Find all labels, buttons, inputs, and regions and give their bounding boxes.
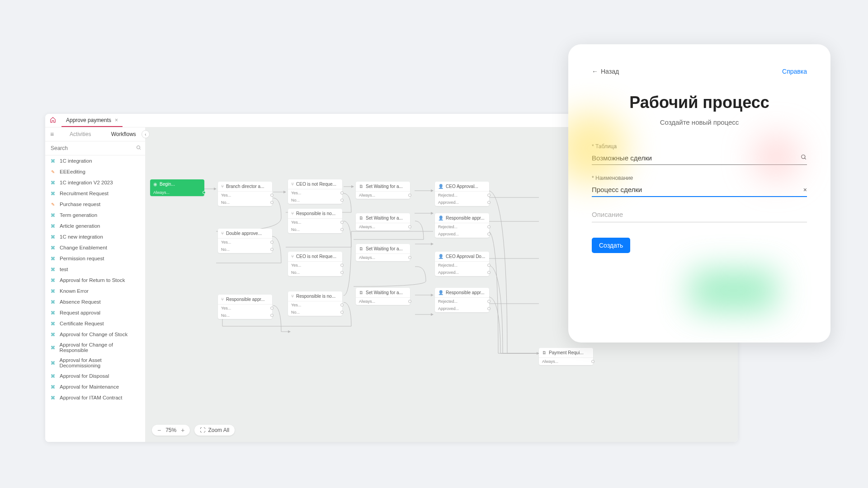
back-button[interactable]: ← Назад — [592, 68, 619, 75]
sidebar-item-label: EEEediting — [60, 169, 85, 174]
search-icon[interactable] — [801, 154, 807, 162]
sidebar-item-label: Article generation — [60, 223, 100, 229]
zoom-all-button[interactable]: ⛶ Zoom All — [194, 425, 235, 436]
sidebar-item[interactable]: ⌘Approval for Change of Responsible — [45, 340, 145, 355]
zoom-out-button[interactable]: − — [157, 427, 161, 433]
sidebar-item-label: 1C integration V2 2023 — [60, 180, 113, 185]
sidebar-item[interactable]: ✎Purchase request — [45, 199, 145, 210]
doc-icon: 🗎 — [542, 350, 547, 355]
workflow-icon: ⌘ — [50, 320, 56, 327]
name-field-row: × — [592, 183, 807, 197]
svg-point-3 — [802, 155, 805, 159]
user-icon: 👤 — [438, 254, 443, 259]
node-wait-3[interactable]: 🗎Set Waiting for a... Always... — [356, 244, 410, 261]
sidebar-item[interactable]: ⌘Recruitment Request — [45, 188, 145, 199]
fork-icon: ⑂ — [291, 294, 294, 299]
node-responsible-appr-2[interactable]: 👤Responsible appr... Rejected... Approve… — [435, 288, 489, 312]
menu-icon[interactable]: ≡ — [45, 131, 59, 138]
workflow-icon: ⌘ — [50, 331, 56, 338]
node-ceo-not-reque-2[interactable]: ⑂CEO is not Reque... Yes... No... — [288, 252, 342, 276]
zoom-stepper: − 75% + — [152, 425, 190, 436]
sidebar-item[interactable]: ⌘Known Error — [45, 286, 145, 296]
sidebar-item[interactable]: ⌘1C new integration — [45, 231, 145, 242]
table-field-label: * Таблица — [592, 143, 807, 150]
user-icon: 👤 — [438, 184, 443, 189]
node-wait-2[interactable]: 🗎Set Waiting for a... Always... — [356, 213, 410, 230]
search-row — [45, 141, 145, 155]
sidebar-item[interactable]: ⌘Approval for Asset Decommissioning — [45, 355, 145, 371]
node-ceo-approval[interactable]: 👤CEO Approval... Rejected... Approved... — [435, 182, 489, 206]
search-icon[interactable] — [136, 145, 142, 152]
workflow-icon: ⌘ — [50, 373, 56, 379]
sidebar-item[interactable]: ⌘Approval for Maintenance — [45, 381, 145, 392]
tab-activities[interactable]: Activities — [59, 127, 102, 141]
tab-approve-payments[interactable]: Approve payments × — [61, 114, 123, 127]
sidebar-item[interactable]: ⌘1C integration V2 2023 — [45, 177, 145, 188]
sidebar-item-label: Approval for Return to Stock — [60, 277, 125, 283]
workflow-icon: ⌘ — [50, 310, 56, 316]
sidebar-item[interactable]: ⌘Change Enablement — [45, 242, 145, 253]
close-icon[interactable]: × — [115, 117, 118, 123]
sidebar-item[interactable]: ⌘Article generation — [45, 221, 145, 231]
zoom-in-button[interactable]: + — [181, 427, 184, 433]
sidebar-item[interactable]: ⌘Approval for ITAM Contract — [45, 392, 145, 403]
sidebar: ≡ Activities Workflows ‹ ⌘1C integration… — [45, 127, 146, 442]
node-payment-requi[interactable]: 🗎Payment Requi... Always... — [539, 348, 593, 365]
workflow-icon: ⌘ — [50, 234, 56, 240]
fork-icon: ⑂ — [221, 231, 224, 236]
node-responsible-appr-left[interactable]: ⑂Responsible appr... Yes... No... — [218, 295, 272, 319]
table-input[interactable] — [592, 154, 801, 162]
fork-icon: ⑂ — [221, 184, 224, 189]
node-double-approve[interactable]: ⑂Double approve... Yes... No... — [218, 229, 272, 253]
sidebar-item-label: 1C integration — [60, 158, 92, 164]
node-branch-director[interactable]: ⑂Branch director a... Yes... No... — [218, 182, 272, 206]
sidebar-item[interactable]: ⌘Absence Request — [45, 296, 145, 307]
sidebar-item[interactable]: ✎EEEediting — [45, 166, 145, 177]
sidebar-header: ≡ Activities Workflows ‹ — [45, 127, 145, 141]
arrow-left-icon: ← — [592, 68, 598, 75]
sidebar-item[interactable]: ⌘1C integration — [45, 155, 145, 166]
create-button[interactable]: Создать — [592, 238, 630, 253]
svg-line-4 — [805, 158, 806, 160]
workflow-icon: ⌘ — [50, 190, 56, 197]
search-input[interactable] — [49, 143, 136, 153]
modal-title: Рабочий процесс — [592, 93, 807, 112]
node-begin[interactable]: ◉Begin... Always... — [150, 179, 204, 196]
start-icon: ◉ — [153, 182, 157, 187]
sidebar-item[interactable]: ⌘Approval for Change of Stock — [45, 329, 145, 340]
collapse-sidebar-icon[interactable]: ‹ — [142, 130, 150, 138]
sidebar-item[interactable]: ⌘Permission request — [45, 253, 145, 264]
workflow-icon: ⌘ — [50, 266, 56, 272]
sidebar-item[interactable]: ⌘Approval for Return to Stock — [45, 275, 145, 286]
clear-icon[interactable]: × — [803, 186, 807, 193]
user-icon: 👤 — [438, 216, 443, 221]
sidebar-item[interactable]: ⌘Request approval — [45, 307, 145, 318]
sidebar-item-label: Request approval — [60, 310, 100, 315]
name-input[interactable] — [592, 186, 803, 193]
description-field[interactable]: Описание — [592, 207, 807, 222]
tab-workflows[interactable]: Workflows — [102, 127, 146, 141]
node-ceo-not-reque-1[interactable]: ⑂CEO is not Reque... Yes... No... — [288, 179, 342, 204]
node-responsible-appr-1[interactable]: 👤Responsible appr... Rejected... Approve… — [435, 213, 489, 238]
fork-icon: ⑂ — [291, 211, 294, 216]
sidebar-item[interactable]: ⌘Approval for Disposal — [45, 371, 145, 381]
sidebar-item[interactable]: ⌘test — [45, 264, 145, 275]
help-link[interactable]: Справка — [782, 68, 807, 75]
fork-icon: ⑂ — [291, 182, 294, 187]
sidebar-item-label: test — [60, 267, 68, 272]
fork-icon: ⑂ — [221, 297, 224, 302]
sidebar-item-label: Known Error — [60, 288, 89, 294]
node-responsible-is-no-1[interactable]: ⑂Responsible is no... Yes... No... — [288, 209, 342, 233]
sidebar-item[interactable]: ⌘Term generation — [45, 210, 145, 221]
sidebar-item-label: Approval for Maintenance — [60, 384, 119, 389]
node-ceo-approval-do[interactable]: 👤CEO Approval Do... Rejected... Approved… — [435, 252, 489, 276]
doc-icon: 🗎 — [359, 184, 363, 189]
sidebar-item[interactable]: ⌘Certificate Request — [45, 318, 145, 329]
home-icon[interactable] — [50, 117, 56, 125]
workflow-list: ⌘1C integration✎EEEediting⌘1C integratio… — [45, 155, 145, 442]
node-wait-4[interactable]: 🗎Set Waiting for a... Always... — [356, 288, 410, 305]
node-wait-1[interactable]: 🗎Set Waiting for a... Always... — [356, 182, 410, 199]
workflow-icon: ⌘ — [50, 223, 56, 229]
node-responsible-is-no-2[interactable]: ⑂Responsible is no... Yes... No... — [288, 291, 342, 316]
workflow-icon: ⌘ — [50, 299, 56, 305]
